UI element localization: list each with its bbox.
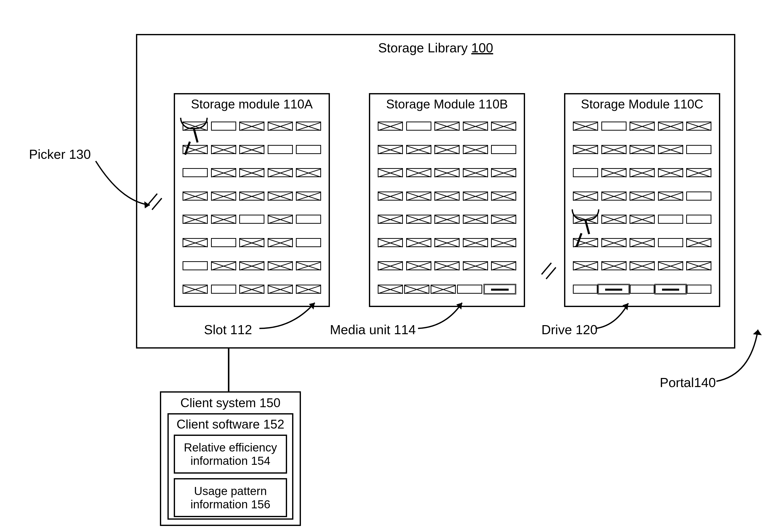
slot-media [239, 145, 265, 154]
slot-empty [601, 121, 627, 131]
slot-empty [211, 238, 236, 247]
slot-media [434, 168, 460, 177]
picker-icon [572, 209, 602, 245]
relative-efficiency-box: Relative efficiency information 154 [174, 434, 287, 474]
slot-media [463, 191, 488, 201]
slot-empty [211, 285, 236, 294]
drive-slot [598, 284, 630, 295]
picker-icon [180, 118, 210, 153]
slot-media [406, 238, 431, 247]
slot-media [296, 191, 321, 201]
slot-media [378, 285, 403, 294]
slot-empty [687, 285, 711, 294]
slot-media [239, 261, 265, 270]
slot-empty [658, 238, 683, 247]
slot-media [601, 238, 627, 247]
slot-empty [183, 261, 208, 270]
media-arrow [416, 298, 471, 331]
slot-media [601, 168, 627, 177]
diagram-canvas: Storage Library 100 Storage module 110A … [0, 0, 762, 532]
drive-slot [654, 284, 687, 295]
slot-media [406, 215, 431, 224]
slot-media [183, 285, 208, 294]
slot-media [601, 145, 627, 154]
slot-media [268, 238, 293, 247]
slot-empty [268, 145, 293, 154]
slot-empty [296, 145, 321, 154]
slot-media [686, 168, 711, 177]
client-software-title: Client software 152 [169, 417, 292, 432]
library-client-connector [228, 349, 229, 391]
slot-media [268, 121, 293, 131]
slot-media [268, 191, 293, 201]
slot-empty [183, 168, 208, 177]
slot-media [378, 261, 403, 270]
slot-media [268, 261, 293, 270]
slot-media [239, 238, 265, 247]
slot-media [296, 285, 321, 294]
slot-media [211, 145, 236, 154]
client-system-box: Client system 150 Client software 152 Re… [160, 391, 301, 526]
slot-media [491, 191, 516, 201]
slot-media [239, 285, 265, 294]
slot-media [463, 261, 488, 270]
slot-media [658, 168, 683, 177]
picker-label: Picker 130 [29, 147, 91, 162]
slot-media [406, 145, 431, 154]
slot-media [268, 168, 293, 177]
slot-media [434, 261, 460, 270]
slot-media [573, 261, 598, 270]
slot-media [463, 168, 488, 177]
slot-media [296, 121, 321, 131]
slot-empty [573, 168, 598, 177]
slot-media [406, 191, 431, 201]
slot-empty [686, 215, 711, 224]
client-system-title: Client system 150 [161, 396, 300, 410]
slot-media [183, 215, 208, 224]
svg-marker-3 [623, 303, 628, 310]
slot-media [406, 261, 431, 270]
slot-media [630, 191, 655, 201]
slot-empty [457, 285, 482, 294]
slot-empty [630, 285, 654, 294]
slot-media [211, 168, 236, 177]
slot-media [601, 215, 627, 224]
slot-media [239, 191, 265, 201]
slot-media [686, 121, 711, 131]
slot-media [686, 261, 711, 270]
slot-empty [686, 191, 711, 201]
slot-media [296, 261, 321, 270]
slot-empty [211, 121, 236, 131]
slot-empty [406, 121, 431, 131]
slot-media [434, 191, 460, 201]
slot-media [658, 121, 683, 131]
slot-empty [573, 285, 598, 294]
slot-media [491, 238, 516, 247]
drive-slot [484, 284, 516, 295]
drive-label: Drive 120 [541, 322, 598, 337]
slot-empty [296, 215, 321, 224]
slot-media [658, 145, 683, 154]
svg-marker-0 [144, 201, 150, 208]
slot-media [183, 238, 208, 247]
storage-module-b-title: Storage Module 110B [370, 97, 524, 111]
slot-media [430, 285, 456, 294]
slot-media [211, 261, 236, 270]
media-unit-label: Media unit 114 [330, 322, 416, 337]
slot-media [463, 121, 488, 131]
slot-empty [491, 145, 516, 154]
storage-module-c-grid [573, 114, 711, 301]
slot-media [378, 121, 403, 131]
slot-media [434, 215, 460, 224]
slot-media [601, 191, 627, 201]
slot-media [630, 121, 655, 131]
picker-arrow [93, 154, 159, 211]
slot-media [601, 261, 627, 270]
slot-media [686, 238, 711, 247]
slot-media [463, 215, 488, 224]
slot-empty [239, 215, 265, 224]
slot-empty [296, 238, 321, 247]
storage-module-a-title: Storage module 110A [175, 97, 329, 111]
storage-module-c: Storage Module 110C [564, 93, 720, 307]
slot-media [211, 191, 236, 201]
